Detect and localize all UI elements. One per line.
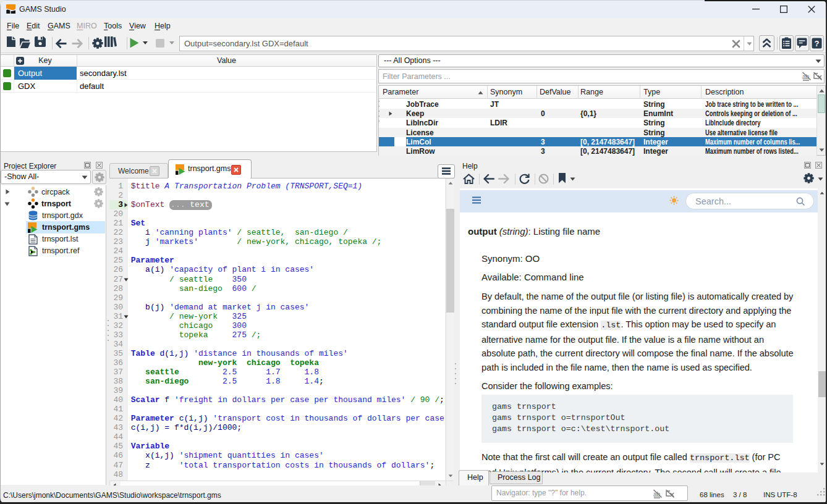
svg-text:ab: ab (653, 491, 661, 498)
svg-text:?: ? (815, 39, 820, 48)
svg-text:ab: ab (802, 74, 810, 80)
